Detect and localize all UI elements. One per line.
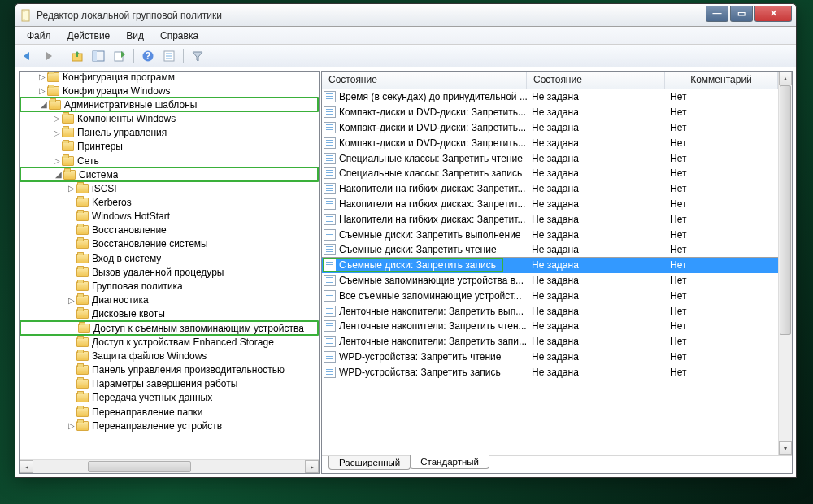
tree-item[interactable]: Kerberos [20, 195, 319, 209]
minimize-button[interactable]: — [706, 6, 728, 22]
scroll-up-button[interactable]: ▴ [779, 72, 792, 85]
tree-item[interactable]: Панель управления производительностью [20, 363, 319, 376]
policy-row[interactable]: Съемные диски: Запретить чтениеНе задана… [322, 242, 778, 258]
tree-item[interactable]: ▷Перенаправление устройств [20, 419, 319, 432]
tree-item[interactable]: ◢Административные шаблоны [20, 97, 319, 112]
expand-icon[interactable]: ▷ [67, 296, 76, 305]
maximize-button[interactable]: ▭ [730, 6, 753, 22]
expand-icon[interactable]: ▷ [52, 114, 62, 123]
policy-row[interactable]: Накопители на гибких дисках: Запретит...… [322, 181, 778, 197]
expand-icon[interactable]: ▷ [37, 72, 47, 81]
scroll-track[interactable] [779, 85, 792, 441]
collapse-icon[interactable]: ◢ [39, 100, 49, 109]
up-level-button[interactable] [68, 47, 86, 65]
policy-name: Ленточные накопители: Запретить вып... [339, 306, 524, 317]
tree-item[interactable]: ▷Панель управления [20, 126, 319, 140]
collapse-icon[interactable]: ◢ [54, 170, 63, 179]
menu-file[interactable]: Файл [19, 28, 59, 43]
tree-item[interactable]: Защита файлов Windows [20, 349, 319, 363]
tree-item[interactable]: ▷iSCSI [20, 181, 319, 195]
tree-item[interactable]: ▷Диагностика [20, 293, 319, 307]
export-button[interactable] [111, 47, 128, 65]
close-button[interactable]: ✕ [754, 6, 792, 22]
expand-icon[interactable]: ▷ [67, 184, 76, 193]
tree-item-label: Вызов удаленной процедуры [92, 267, 224, 278]
tree-item[interactable]: ▷Конфигурация программ [20, 72, 319, 84]
folder-icon [76, 351, 89, 361]
policy-row[interactable]: Специальные классы: Запретить чтениеНе з… [322, 150, 778, 166]
folder-icon [76, 267, 89, 277]
policy-row[interactable]: Ленточные накопители: Запретить чтен...Н… [322, 319, 778, 334]
scroll-down-button[interactable]: ▾ [779, 441, 792, 455]
tree-item[interactable]: Вход в систему [20, 251, 319, 265]
menu-help[interactable]: Справка [152, 28, 207, 43]
tree-item[interactable]: Параметры завершения работы [20, 377, 319, 391]
tree-item[interactable]: Доступ к съемным запоминающим устройства [20, 320, 319, 336]
expand-icon[interactable]: ▷ [37, 86, 47, 95]
menu-view[interactable]: Вид [118, 28, 152, 43]
tree-scroll[interactable]: ▷Конфигурация программ▷Конфигурация Wind… [20, 72, 319, 459]
scroll-thumb[interactable] [88, 461, 191, 472]
tree-item[interactable]: Восстановление [20, 224, 319, 237]
scroll-right-button[interactable]: ▸ [305, 460, 319, 473]
policy-row[interactable]: Ленточные накопители: Запретить вып...Не… [322, 303, 778, 319]
show-hide-tree-button[interactable] [89, 47, 107, 65]
filter-button[interactable] [189, 47, 207, 65]
list-body[interactable]: Время (в секундах) до принудительной ...… [322, 89, 778, 455]
tree-item[interactable]: ▷Сеть [20, 154, 319, 167]
tree-item[interactable]: Групповая политика [20, 279, 319, 293]
properties-button[interactable] [160, 47, 178, 65]
titlebar[interactable]: Редактор локальной групповой политики — … [15, 4, 796, 27]
tree-item[interactable]: ◢Система [20, 167, 319, 182]
tab-extended[interactable]: Расширенный [328, 456, 411, 470]
policy-row[interactable]: WPD-устройства: Запретить записьНе задан… [322, 364, 778, 380]
expand-icon[interactable]: ▷ [67, 421, 76, 430]
column-header-state[interactable]: Состояние [527, 72, 665, 89]
tree-h-scrollbar[interactable]: ◂ ▸ [20, 459, 319, 473]
window-title: Редактор локальной групповой политики [37, 10, 706, 21]
tree-item[interactable]: Принтеры [20, 140, 319, 154]
menu-action[interactable]: Действие [59, 28, 119, 43]
policy-row[interactable]: Компакт-диски и DVD-диски: Запретить...Н… [322, 135, 778, 150]
nav-back-button[interactable] [19, 47, 37, 65]
scroll-thumb[interactable] [780, 85, 791, 335]
policy-row[interactable]: Съемные диски: Запретить записьНе задана… [322, 258, 778, 273]
policy-row[interactable]: Компакт-диски и DVD-диски: Запретить...Н… [322, 120, 778, 136]
scroll-track[interactable] [33, 460, 305, 473]
expand-icon[interactable]: ▷ [52, 128, 62, 137]
policy-row[interactable]: Съемные диски: Запретить выполнениеНе за… [322, 227, 778, 242]
tab-standard[interactable]: Стандартный [410, 455, 489, 469]
column-header-comment[interactable]: Комментарий [665, 72, 778, 89]
policy-row[interactable]: Компакт-диски и DVD-диски: Запретить...Н… [322, 105, 778, 120]
tree-item[interactable]: Windows HotStart [20, 210, 319, 224]
expand-icon[interactable]: ▷ [52, 156, 62, 165]
tree-item[interactable]: Восстановление системы [20, 237, 319, 251]
policy-row[interactable]: Все съемные запоминающие устройст...Не з… [322, 288, 778, 303]
help-button[interactable]: ? [139, 47, 157, 65]
view-tabs: Расширенный Стандартный [322, 455, 792, 473]
policy-name: Компакт-диски и DVD-диски: Запретить... [339, 106, 526, 118]
scroll-left-button[interactable]: ◂ [20, 460, 33, 473]
nav-forward-button[interactable] [40, 47, 58, 65]
tree-item[interactable]: Перенаправление папки [20, 405, 319, 419]
folder-icon [49, 100, 61, 110]
column-header-name[interactable]: Состояние [322, 72, 527, 89]
tree-item-label: Параметры завершения работы [92, 378, 237, 389]
tree-item[interactable]: ▷Компоненты Windows [20, 111, 319, 125]
policy-row[interactable]: Накопители на гибких дисках: Запретит...… [322, 197, 778, 212]
list-v-scrollbar[interactable]: ▴ ▾ [778, 72, 792, 455]
policy-row[interactable]: Накопители на гибких дисках: Запретит...… [322, 211, 778, 227]
policy-row[interactable]: Съемные запоминающие устройства в...Не з… [322, 273, 778, 289]
tree-item[interactable]: Доступ к устройствам Enhanced Storage [20, 335, 319, 349]
tree-item[interactable]: Передача учетных данных [20, 391, 319, 405]
folder-icon [63, 170, 76, 180]
policy-row[interactable]: Специальные классы: Запретить записьНе з… [322, 166, 778, 181]
policy-row[interactable]: WPD-устройства: Запретить чтениеНе задан… [322, 350, 778, 365]
tree-item[interactable]: ▷Конфигурация Windows [20, 84, 319, 98]
properties-icon [163, 50, 176, 63]
policy-row[interactable]: Время (в секундах) до принудительной ...… [322, 89, 778, 105]
tree-item[interactable]: Вызов удаленной процедуры [20, 265, 319, 279]
policy-row[interactable]: Ленточные накопители: Запретить запи...Н… [322, 334, 778, 350]
policy-icon [324, 336, 336, 347]
tree-item[interactable]: Дисковые квоты [20, 307, 319, 321]
